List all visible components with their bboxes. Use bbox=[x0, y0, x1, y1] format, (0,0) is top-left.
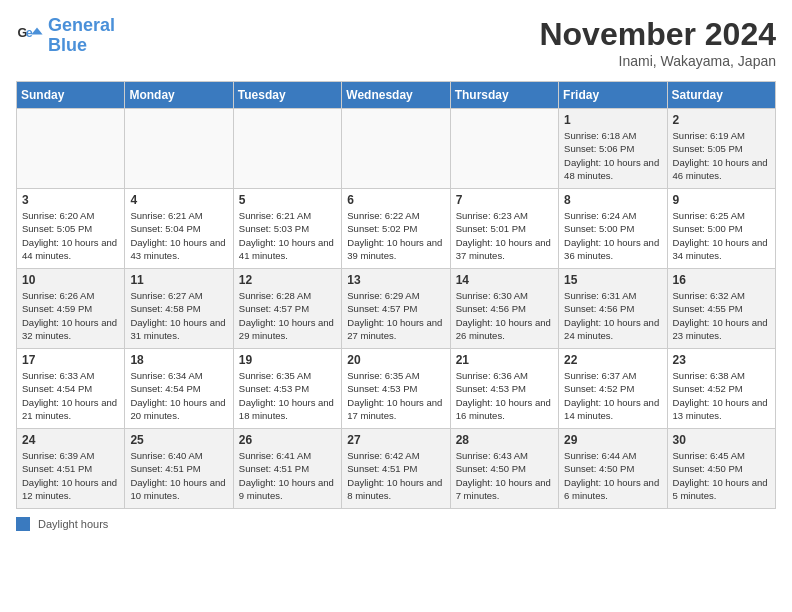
calendar-cell: 27Sunrise: 6:42 AM Sunset: 4:51 PM Dayli… bbox=[342, 429, 450, 509]
weekday-header-thursday: Thursday bbox=[450, 82, 558, 109]
day-info: Sunrise: 6:22 AM Sunset: 5:02 PM Dayligh… bbox=[347, 209, 444, 262]
logo-icon: G e bbox=[16, 22, 44, 50]
calendar-cell: 15Sunrise: 6:31 AM Sunset: 4:56 PM Dayli… bbox=[559, 269, 667, 349]
day-info: Sunrise: 6:27 AM Sunset: 4:58 PM Dayligh… bbox=[130, 289, 227, 342]
logo: G e GeneralBlue bbox=[16, 16, 115, 56]
day-number: 26 bbox=[239, 433, 336, 447]
day-info: Sunrise: 6:34 AM Sunset: 4:54 PM Dayligh… bbox=[130, 369, 227, 422]
day-number: 3 bbox=[22, 193, 119, 207]
day-info: Sunrise: 6:28 AM Sunset: 4:57 PM Dayligh… bbox=[239, 289, 336, 342]
day-info: Sunrise: 6:29 AM Sunset: 4:57 PM Dayligh… bbox=[347, 289, 444, 342]
calendar-cell: 10Sunrise: 6:26 AM Sunset: 4:59 PM Dayli… bbox=[17, 269, 125, 349]
title-block: November 2024 Inami, Wakayama, Japan bbox=[539, 16, 776, 69]
calendar-cell: 29Sunrise: 6:44 AM Sunset: 4:50 PM Dayli… bbox=[559, 429, 667, 509]
calendar-cell: 28Sunrise: 6:43 AM Sunset: 4:50 PM Dayli… bbox=[450, 429, 558, 509]
day-info: Sunrise: 6:32 AM Sunset: 4:55 PM Dayligh… bbox=[673, 289, 770, 342]
calendar-cell: 25Sunrise: 6:40 AM Sunset: 4:51 PM Dayli… bbox=[125, 429, 233, 509]
weekday-header-saturday: Saturday bbox=[667, 82, 775, 109]
day-info: Sunrise: 6:21 AM Sunset: 5:03 PM Dayligh… bbox=[239, 209, 336, 262]
day-number: 12 bbox=[239, 273, 336, 287]
day-number: 10 bbox=[22, 273, 119, 287]
calendar-cell: 12Sunrise: 6:28 AM Sunset: 4:57 PM Dayli… bbox=[233, 269, 341, 349]
calendar-cell: 3Sunrise: 6:20 AM Sunset: 5:05 PM Daylig… bbox=[17, 189, 125, 269]
calendar-cell: 30Sunrise: 6:45 AM Sunset: 4:50 PM Dayli… bbox=[667, 429, 775, 509]
day-info: Sunrise: 6:26 AM Sunset: 4:59 PM Dayligh… bbox=[22, 289, 119, 342]
svg-marker-2 bbox=[31, 27, 42, 34]
day-number: 18 bbox=[130, 353, 227, 367]
calendar-cell: 14Sunrise: 6:30 AM Sunset: 4:56 PM Dayli… bbox=[450, 269, 558, 349]
calendar-cell: 11Sunrise: 6:27 AM Sunset: 4:58 PM Dayli… bbox=[125, 269, 233, 349]
weekday-header-tuesday: Tuesday bbox=[233, 82, 341, 109]
calendar-cell: 19Sunrise: 6:35 AM Sunset: 4:53 PM Dayli… bbox=[233, 349, 341, 429]
day-info: Sunrise: 6:23 AM Sunset: 5:01 PM Dayligh… bbox=[456, 209, 553, 262]
calendar-cell bbox=[17, 109, 125, 189]
day-info: Sunrise: 6:18 AM Sunset: 5:06 PM Dayligh… bbox=[564, 129, 661, 182]
calendar-cell: 26Sunrise: 6:41 AM Sunset: 4:51 PM Dayli… bbox=[233, 429, 341, 509]
day-number: 24 bbox=[22, 433, 119, 447]
day-info: Sunrise: 6:37 AM Sunset: 4:52 PM Dayligh… bbox=[564, 369, 661, 422]
calendar-cell: 18Sunrise: 6:34 AM Sunset: 4:54 PM Dayli… bbox=[125, 349, 233, 429]
calendar-table: SundayMondayTuesdayWednesdayThursdayFrid… bbox=[16, 81, 776, 509]
day-info: Sunrise: 6:25 AM Sunset: 5:00 PM Dayligh… bbox=[673, 209, 770, 262]
day-number: 16 bbox=[673, 273, 770, 287]
day-number: 20 bbox=[347, 353, 444, 367]
calendar-cell: 22Sunrise: 6:37 AM Sunset: 4:52 PM Dayli… bbox=[559, 349, 667, 429]
calendar-cell: 21Sunrise: 6:36 AM Sunset: 4:53 PM Dayli… bbox=[450, 349, 558, 429]
day-number: 9 bbox=[673, 193, 770, 207]
day-number: 27 bbox=[347, 433, 444, 447]
day-number: 22 bbox=[564, 353, 661, 367]
day-info: Sunrise: 6:31 AM Sunset: 4:56 PM Dayligh… bbox=[564, 289, 661, 342]
calendar-cell: 4Sunrise: 6:21 AM Sunset: 5:04 PM Daylig… bbox=[125, 189, 233, 269]
day-number: 13 bbox=[347, 273, 444, 287]
calendar-cell: 5Sunrise: 6:21 AM Sunset: 5:03 PM Daylig… bbox=[233, 189, 341, 269]
day-info: Sunrise: 6:35 AM Sunset: 4:53 PM Dayligh… bbox=[347, 369, 444, 422]
month-title: November 2024 bbox=[539, 16, 776, 53]
day-number: 4 bbox=[130, 193, 227, 207]
calendar-cell: 20Sunrise: 6:35 AM Sunset: 4:53 PM Dayli… bbox=[342, 349, 450, 429]
day-info: Sunrise: 6:35 AM Sunset: 4:53 PM Dayligh… bbox=[239, 369, 336, 422]
weekday-header-wednesday: Wednesday bbox=[342, 82, 450, 109]
day-number: 1 bbox=[564, 113, 661, 127]
calendar-cell: 23Sunrise: 6:38 AM Sunset: 4:52 PM Dayli… bbox=[667, 349, 775, 429]
calendar-cell bbox=[233, 109, 341, 189]
day-info: Sunrise: 6:19 AM Sunset: 5:05 PM Dayligh… bbox=[673, 129, 770, 182]
day-info: Sunrise: 6:36 AM Sunset: 4:53 PM Dayligh… bbox=[456, 369, 553, 422]
calendar-cell: 6Sunrise: 6:22 AM Sunset: 5:02 PM Daylig… bbox=[342, 189, 450, 269]
calendar-cell: 16Sunrise: 6:32 AM Sunset: 4:55 PM Dayli… bbox=[667, 269, 775, 349]
day-info: Sunrise: 6:45 AM Sunset: 4:50 PM Dayligh… bbox=[673, 449, 770, 502]
day-number: 30 bbox=[673, 433, 770, 447]
calendar-cell: 13Sunrise: 6:29 AM Sunset: 4:57 PM Dayli… bbox=[342, 269, 450, 349]
legend-label: Daylight hours bbox=[38, 518, 108, 530]
day-number: 17 bbox=[22, 353, 119, 367]
legend-box bbox=[16, 517, 30, 531]
calendar-footer: Daylight hours bbox=[16, 517, 776, 531]
day-number: 14 bbox=[456, 273, 553, 287]
calendar-cell: 17Sunrise: 6:33 AM Sunset: 4:54 PM Dayli… bbox=[17, 349, 125, 429]
page-header: G e GeneralBlue November 2024 Inami, Wak… bbox=[16, 16, 776, 69]
calendar-cell bbox=[450, 109, 558, 189]
calendar-cell: 24Sunrise: 6:39 AM Sunset: 4:51 PM Dayli… bbox=[17, 429, 125, 509]
day-info: Sunrise: 6:43 AM Sunset: 4:50 PM Dayligh… bbox=[456, 449, 553, 502]
day-info: Sunrise: 6:38 AM Sunset: 4:52 PM Dayligh… bbox=[673, 369, 770, 422]
day-info: Sunrise: 6:20 AM Sunset: 5:05 PM Dayligh… bbox=[22, 209, 119, 262]
day-number: 21 bbox=[456, 353, 553, 367]
day-number: 7 bbox=[456, 193, 553, 207]
day-info: Sunrise: 6:41 AM Sunset: 4:51 PM Dayligh… bbox=[239, 449, 336, 502]
day-info: Sunrise: 6:24 AM Sunset: 5:00 PM Dayligh… bbox=[564, 209, 661, 262]
day-number: 19 bbox=[239, 353, 336, 367]
calendar-cell bbox=[125, 109, 233, 189]
day-info: Sunrise: 6:33 AM Sunset: 4:54 PM Dayligh… bbox=[22, 369, 119, 422]
day-info: Sunrise: 6:44 AM Sunset: 4:50 PM Dayligh… bbox=[564, 449, 661, 502]
day-info: Sunrise: 6:40 AM Sunset: 4:51 PM Dayligh… bbox=[130, 449, 227, 502]
day-number: 2 bbox=[673, 113, 770, 127]
day-number: 28 bbox=[456, 433, 553, 447]
calendar-cell: 7Sunrise: 6:23 AM Sunset: 5:01 PM Daylig… bbox=[450, 189, 558, 269]
weekday-header-friday: Friday bbox=[559, 82, 667, 109]
calendar-cell: 8Sunrise: 6:24 AM Sunset: 5:00 PM Daylig… bbox=[559, 189, 667, 269]
weekday-header-sunday: Sunday bbox=[17, 82, 125, 109]
calendar-cell bbox=[342, 109, 450, 189]
day-info: Sunrise: 6:30 AM Sunset: 4:56 PM Dayligh… bbox=[456, 289, 553, 342]
calendar-cell: 1Sunrise: 6:18 AM Sunset: 5:06 PM Daylig… bbox=[559, 109, 667, 189]
day-info: Sunrise: 6:39 AM Sunset: 4:51 PM Dayligh… bbox=[22, 449, 119, 502]
logo-text: GeneralBlue bbox=[48, 16, 115, 56]
